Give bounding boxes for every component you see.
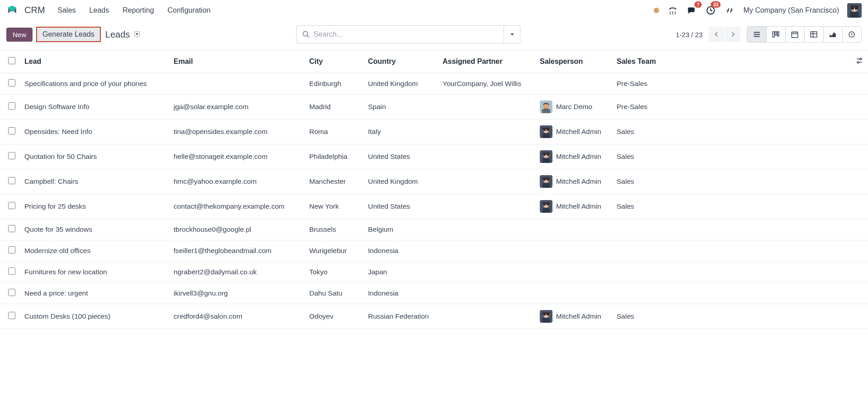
- cell-partner: [438, 169, 535, 194]
- search-input-wrap[interactable]: [296, 25, 504, 43]
- view-list-button[interactable]: [747, 27, 766, 42]
- row-trailing: [850, 304, 868, 329]
- cell-country: Belgium: [363, 219, 438, 240]
- cell-salesperson: [535, 283, 612, 304]
- search-input[interactable]: [314, 30, 498, 38]
- row-checkbox[interactable]: [8, 152, 15, 159]
- col-city[interactable]: City: [305, 50, 363, 73]
- cell-lead: Quote for 35 windows: [20, 219, 169, 240]
- col-country[interactable]: Country: [363, 50, 438, 73]
- row-checkbox[interactable]: [8, 225, 15, 232]
- table-row[interactable]: Specifications and price of your phonesE…: [0, 73, 868, 95]
- row-trailing: [850, 240, 868, 262]
- table-row[interactable]: Campbell: Chairshmc@yahoo.example.comMan…: [0, 169, 868, 194]
- app-name[interactable]: CRM: [24, 5, 45, 15]
- col-salesperson[interactable]: Salesperson: [535, 50, 612, 73]
- view-switcher: [747, 26, 862, 43]
- cell-city: New York: [305, 194, 363, 219]
- row-checkbox[interactable]: [8, 246, 15, 253]
- generate-leads-button[interactable]: Generate Leads: [36, 27, 101, 42]
- col-sales-team[interactable]: Sales Team: [612, 50, 850, 73]
- table-row[interactable]: Need a price: urgentikirvell3@gnu.orgDah…: [0, 283, 868, 304]
- cell-lead: Furnitures for new location: [20, 262, 169, 283]
- row-trailing: [850, 283, 868, 304]
- col-lead[interactable]: Lead: [20, 50, 169, 73]
- row-trailing: [850, 144, 868, 169]
- salesperson-avatar: [540, 200, 552, 213]
- svg-rect-25: [775, 32, 777, 35]
- cell-country: Russian Federation: [363, 304, 438, 329]
- row-trailing: [850, 194, 868, 219]
- cell-email: ngrabert2@dailymail.co.uk: [169, 262, 305, 283]
- cell-email: ikirvell3@gnu.org: [169, 283, 305, 304]
- new-button[interactable]: New: [6, 28, 33, 42]
- row-trailing: [850, 73, 868, 95]
- view-calendar-button[interactable]: [785, 27, 804, 42]
- app-logo-icon[interactable]: [6, 5, 18, 16]
- row-checkbox[interactable]: [8, 312, 15, 319]
- col-email[interactable]: Email: [169, 50, 305, 73]
- col-partner[interactable]: Assigned Partner: [438, 50, 535, 73]
- row-checkbox[interactable]: [8, 79, 15, 86]
- leads-table: Lead Email City Country Assigned Partner…: [0, 50, 868, 329]
- activities-icon[interactable]: 33: [705, 5, 716, 16]
- user-avatar[interactable]: [847, 3, 862, 18]
- menu-leads[interactable]: Leads: [86, 5, 113, 16]
- cell-lead: Quotation for 50 Chairs: [20, 144, 169, 169]
- cell-lead: Specifications and price of your phones: [20, 73, 169, 95]
- view-pivot-button[interactable]: [804, 27, 823, 42]
- salesperson-avatar: [540, 150, 552, 163]
- cell-email: tina@opensides.example.com: [169, 119, 305, 144]
- table-row[interactable]: Quote for 35 windowstbrockhouse0@google.…: [0, 219, 868, 240]
- company-switcher[interactable]: My Company (San Francisco): [743, 6, 839, 14]
- table-row[interactable]: Pricing for 25 deskscontact@thekompany.e…: [0, 194, 868, 219]
- svg-point-22: [136, 33, 138, 35]
- svg-rect-26: [778, 32, 779, 36]
- table-row[interactable]: Opensides: Need Infotina@opensides.examp…: [0, 119, 868, 144]
- salesperson-name: Mitchell Admin: [556, 153, 601, 161]
- debug-icon[interactable]: [724, 5, 735, 16]
- pager-prev-button[interactable]: [709, 27, 724, 42]
- menu-configuration[interactable]: Configuration: [164, 5, 214, 16]
- cell-country: Spain: [363, 95, 438, 119]
- table-row[interactable]: Design Software Infojga@solar.example.co…: [0, 95, 868, 119]
- table-row[interactable]: Custom Desks (100 pieces)credford4@salon…: [0, 304, 868, 329]
- view-activity-button[interactable]: [842, 27, 861, 42]
- row-checkbox[interactable]: [8, 127, 15, 134]
- row-checkbox[interactable]: [8, 177, 15, 184]
- select-all-checkbox[interactable]: [8, 57, 15, 64]
- gear-icon[interactable]: [133, 29, 141, 40]
- cell-city: Edinburgh: [305, 73, 363, 95]
- cell-team: [612, 240, 850, 262]
- tray-icon[interactable]: [667, 5, 678, 16]
- row-checkbox[interactable]: [8, 102, 15, 110]
- search-dropdown-toggle[interactable]: [504, 25, 520, 43]
- pager-text[interactable]: 1-23 / 23: [676, 31, 703, 38]
- cell-city: Philadelphia: [305, 144, 363, 169]
- row-trailing: [850, 262, 868, 283]
- cell-team: [612, 219, 850, 240]
- table-wrap[interactable]: Lead Email City Country Assigned Partner…: [0, 50, 868, 403]
- messages-icon[interactable]: 7: [686, 5, 697, 16]
- menu-sales[interactable]: Sales: [54, 5, 80, 16]
- cell-country: Indonesia: [363, 240, 438, 262]
- table-row[interactable]: Quotation for 50 Chairshelle@stonageit.e…: [0, 144, 868, 169]
- cell-partner: [438, 283, 535, 304]
- row-checkbox[interactable]: [8, 202, 15, 209]
- cell-salesperson: Marc Demo: [535, 95, 612, 119]
- cell-team: Sales: [612, 144, 850, 169]
- cell-lead: Modernize old offices: [20, 240, 169, 262]
- row-checkbox[interactable]: [8, 267, 15, 275]
- view-kanban-button[interactable]: [766, 27, 785, 42]
- view-graph-button[interactable]: [823, 27, 842, 42]
- optional-columns-button[interactable]: [850, 50, 868, 73]
- table-row[interactable]: Furnitures for new locationngrabert2@dai…: [0, 262, 868, 283]
- cell-country: United States: [363, 194, 438, 219]
- pager-next-button[interactable]: [725, 27, 741, 42]
- cell-email: credford4@salon.com: [169, 304, 305, 329]
- row-checkbox[interactable]: [8, 289, 15, 296]
- row-trailing: [850, 95, 868, 119]
- menu-reporting[interactable]: Reporting: [119, 5, 157, 16]
- table-row[interactable]: Modernize old officesfseiller1@theglobea…: [0, 240, 868, 262]
- cell-partner: [438, 262, 535, 283]
